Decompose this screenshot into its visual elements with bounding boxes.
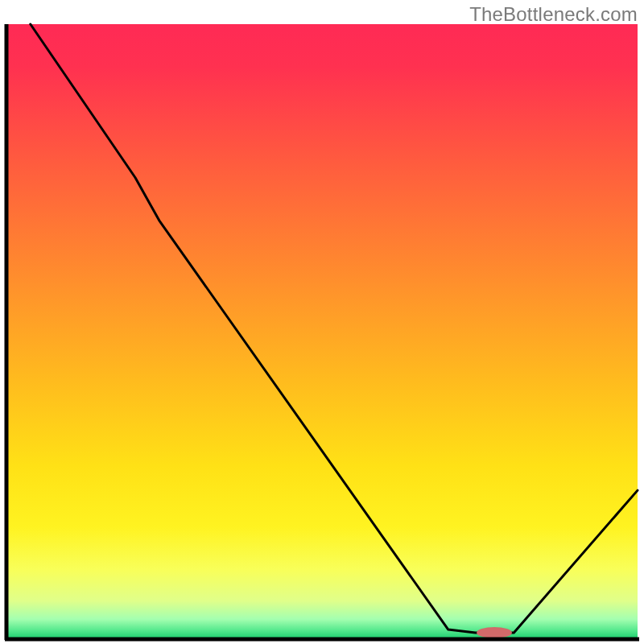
bottleneck-chart (0, 0, 644, 644)
watermark-text: TheBottleneck.com (469, 3, 638, 26)
plot-background (6, 24, 638, 638)
chart-wrapper: TheBottleneck.com (0, 0, 644, 644)
optimal-marker (477, 627, 512, 638)
